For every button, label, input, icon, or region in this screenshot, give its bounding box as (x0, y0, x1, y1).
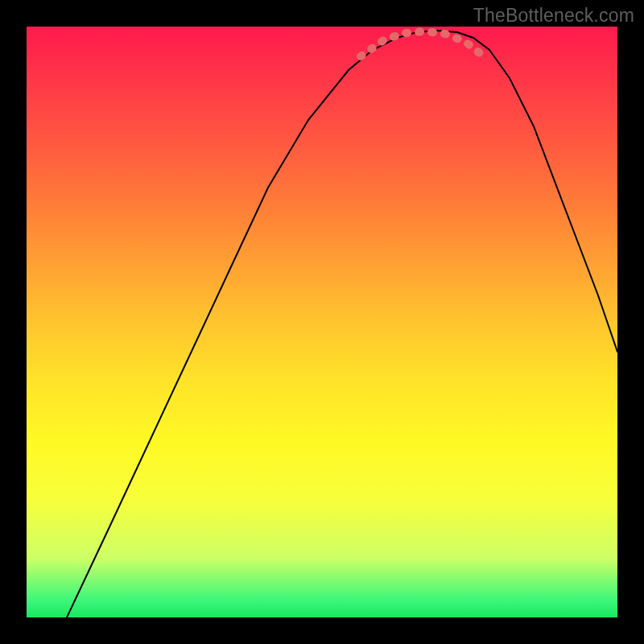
bottleneck-curve (67, 31, 617, 617)
chart-svg (27, 27, 617, 617)
chart-frame: TheBottleneck.com (0, 0, 644, 644)
plot-area (27, 27, 617, 617)
watermark-text: TheBottleneck.com (473, 5, 634, 27)
